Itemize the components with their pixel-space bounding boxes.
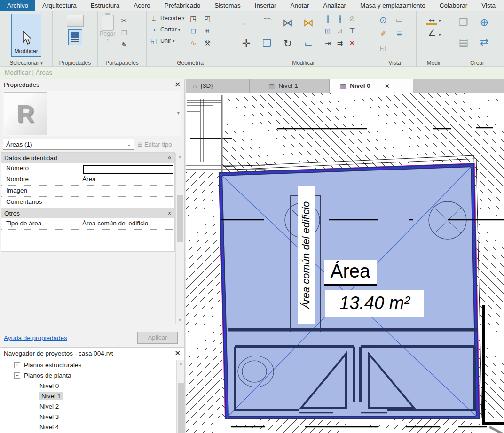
beam-cutback-icon[interactable]: ⊡ <box>188 26 198 36</box>
type-properties-icon[interactable] <box>67 15 84 27</box>
browser-scrollbar[interactable]: ∧ <box>176 360 184 433</box>
close-icon[interactable]: ✕ <box>174 80 181 89</box>
offset-icon[interactable]: ⌒ <box>259 16 275 30</box>
tab-analizar[interactable]: Analizar <box>316 0 353 11</box>
view-tab-nivel-0[interactable]: ▦ Nivel 0 ✕ <box>330 79 413 93</box>
tree-item[interactable]: −Planos de planta <box>0 370 176 380</box>
tab-vista[interactable]: Vista <box>474 0 503 11</box>
close-icon[interactable]: ✕ <box>174 349 181 357</box>
scale-icon[interactable]: ⊿ <box>335 26 345 36</box>
properties-help-link[interactable]: Ayuda de propiedades <box>4 334 67 341</box>
area-type-tag[interactable]: Área común del edificio <box>298 186 315 324</box>
collapse-icon[interactable]: « <box>167 212 173 215</box>
pin-icon[interactable]: ⊤ <box>347 26 357 36</box>
tab-sistemas[interactable]: Sistemas <box>207 0 248 11</box>
numero-input[interactable] <box>83 165 173 174</box>
scroll-up-icon[interactable]: ∧ <box>177 360 185 368</box>
section-datos-identidad[interactable]: Datos de identidad « <box>1 153 174 163</box>
create-parts-icon[interactable]: ▤ <box>456 35 472 49</box>
array-icon[interactable]: ⊞ <box>323 26 333 36</box>
modify-button[interactable]: Modificar <box>11 14 41 57</box>
property-row: Imagen <box>1 186 174 197</box>
create-group-icon[interactable]: ❐ <box>456 15 472 30</box>
paint-brush-icon[interactable]: ✐ <box>378 29 388 39</box>
demolish-hammer-icon[interactable]: ⚒ <box>202 38 213 48</box>
profile-icon[interactable]: ⌗ <box>202 26 213 36</box>
mirror-pick-axis-icon[interactable]: ⋈ <box>280 16 296 30</box>
section-otros[interactable]: Otros « <box>1 208 174 218</box>
scrollbar-thumb[interactable] <box>177 195 183 242</box>
move-icon[interactable]: ✛ <box>238 37 254 51</box>
unpin-icon[interactable]: ⊘ <box>347 14 357 24</box>
mirror-draw-axis-icon[interactable]: ⋈ <box>300 16 316 30</box>
selection-box-icon[interactable]: ◱ <box>378 43 388 53</box>
split-with-gap-icon[interactable]: ∦ <box>335 14 345 24</box>
wall-sweep-icon[interactable]: ◰ <box>202 14 213 24</box>
view-tab-nivel-1[interactable]: ▦ Nivel 1 <box>250 79 330 93</box>
tab-prefabricado[interactable]: Prefabricado <box>158 0 208 11</box>
properties-scrollbar[interactable]: ∧ ∨ <box>175 153 183 324</box>
tree-item[interactable]: Nivel 2 <box>0 401 176 411</box>
hide-window-icon[interactable]: ▭ <box>394 15 404 25</box>
tab-insertar[interactable]: Insertar <box>248 0 284 11</box>
tab-colaborar[interactable]: Colaborar <box>433 0 474 11</box>
rotate-icon[interactable]: ↻ <box>280 37 296 51</box>
copy-icon[interactable]: ❐ <box>259 37 275 51</box>
delete-icon[interactable]: ✕ <box>347 38 357 48</box>
properties-palette-icon[interactable] <box>68 29 82 45</box>
align-icon[interactable]: ⌐ <box>238 16 254 30</box>
apply-button[interactable]: Aplicar <box>137 332 178 344</box>
copy-to-clipboard-icon[interactable]: ❐ <box>119 28 129 38</box>
cope-button[interactable]: ⌶Recorte▾ <box>149 13 184 24</box>
scroll-down-icon[interactable]: ∨ <box>176 316 184 324</box>
chevron-down-icon: ⌄ <box>127 141 131 147</box>
create-similar-icon[interactable]: ⊕ <box>476 15 492 30</box>
trim-extend-corner-icon[interactable]: ⌙ <box>300 37 316 51</box>
type-selector[interactable]: Áreas (1) ⌄ <box>3 139 134 150</box>
close-view-icon[interactable]: ✕ <box>385 82 390 90</box>
graph-pencil-icon[interactable]: ∿ <box>188 38 198 48</box>
panel-label-seleccionar[interactable]: Seleccionar ▾ <box>0 60 52 66</box>
tree-item[interactable]: Nivel 0 <box>0 380 176 391</box>
collapse-icon[interactable]: « <box>167 156 173 160</box>
comentarios-value[interactable] <box>79 197 174 208</box>
area-name-tag[interactable]: Área <box>324 260 377 286</box>
nombre-value[interactable]: Área <box>79 174 174 185</box>
tab-archivo[interactable]: Archivo <box>0 0 35 11</box>
split-element-icon[interactable]: ∥ <box>323 14 333 24</box>
dimension-button[interactable]: ∠ ▾ <box>426 28 441 38</box>
tree-item[interactable]: Nivel 3 <box>0 411 176 422</box>
tab-anotar[interactable]: Anotar <box>283 0 316 11</box>
tab-estructura[interactable]: Estructura <box>84 0 127 11</box>
tab-arquitectura[interactable]: Arquitectura <box>35 0 84 11</box>
paste-button[interactable]: Pegar ▾ <box>100 15 115 50</box>
imagen-value[interactable] <box>79 186 174 196</box>
drawing-area[interactable]: Área común del edificio Área 13.40 m² <box>186 93 504 433</box>
scroll-up-icon[interactable]: ∧ <box>176 153 184 161</box>
browser-header[interactable]: Navegador de proyectos - casa 004.rvt ✕ <box>0 348 184 359</box>
tree-item[interactable]: +Planos estructurales <box>0 360 176 370</box>
mode-bar: Modificar | Áreas <box>0 67 504 79</box>
scrollbar-thumb[interactable] <box>178 383 184 433</box>
extend-multiple-icon[interactable]: ⇉ <box>335 38 345 48</box>
lightbulb-icon[interactable]: ⊙ <box>378 15 388 25</box>
tipo-de-area-value[interactable]: Área común del edificio <box>79 218 174 229</box>
join-geometry-button[interactable]: ◱Unir▾ <box>149 35 184 46</box>
chevron-down-icon[interactable]: ▾ <box>177 110 180 116</box>
linework-icon[interactable]: ≣ <box>394 29 404 39</box>
view-tab-3d[interactable]: ⌂ {3D} <box>186 79 250 93</box>
measure-button[interactable]: ↔ ▾ <box>426 15 441 25</box>
trim-extend-multiple-icon[interactable]: ⇥ <box>323 38 333 48</box>
cut-icon[interactable]: ✂ <box>119 15 129 26</box>
cut-geometry-button[interactable]: ◔Cortar▾ <box>149 24 184 35</box>
create-assembly-icon[interactable]: ⇄ <box>476 35 492 49</box>
tree-item[interactable]: Nivel 4 <box>0 422 176 432</box>
match-type-icon[interactable]: ✎ <box>119 40 129 50</box>
tab-masa-emplazamiento[interactable]: Masa y emplazamiento <box>353 0 433 11</box>
area-value-tag[interactable]: 13.40 m² <box>325 290 424 317</box>
edit-type-button[interactable]: ⊞ Editar tipo <box>137 141 172 148</box>
tab-acero[interactable]: Acero <box>126 0 157 11</box>
tree-item-selected[interactable]: Nivel 1 <box>0 391 176 401</box>
properties-header[interactable]: Propiedades ✕ <box>0 79 184 90</box>
cut-profile-icon[interactable]: ◳ <box>188 14 198 24</box>
